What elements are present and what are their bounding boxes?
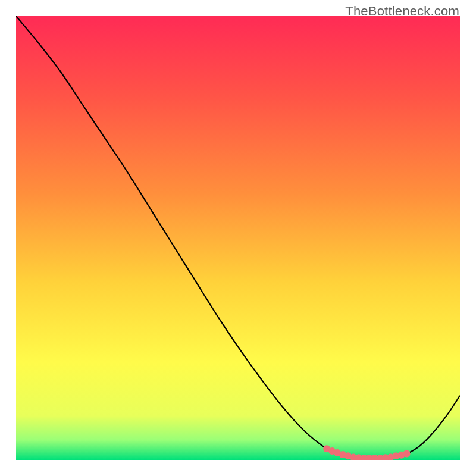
chart-container: TheBottleneck.com [0,0,476,476]
gradient-background [16,16,460,460]
marker-dot [403,450,410,458]
plot-area [16,16,460,460]
chart-svg [16,16,460,460]
watermark-label: TheBottleneck.com [345,4,459,19]
